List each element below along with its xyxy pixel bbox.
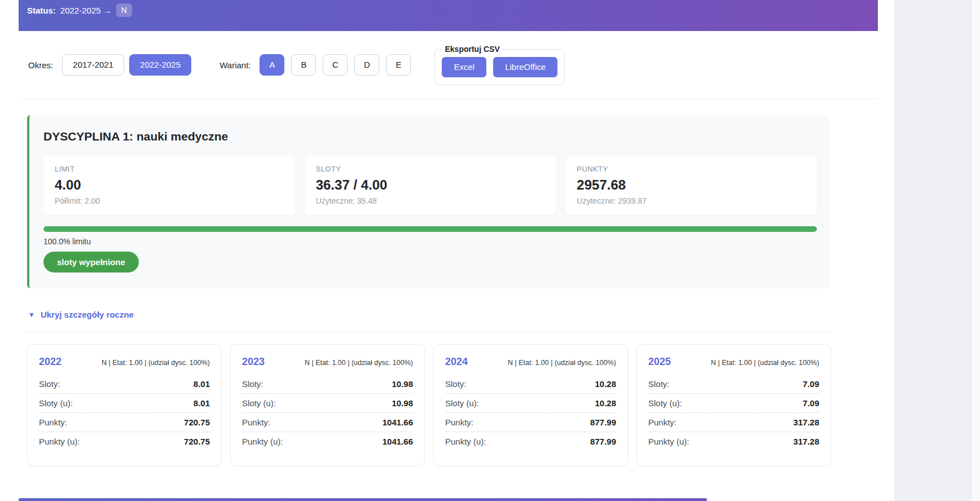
stat-subtext: Użyteczne: 2939.87 (577, 196, 806, 205)
year-stat-value: 10.98 (392, 398, 413, 408)
year-stat-value: 317.28 (793, 437, 819, 446)
stat-subtext: Półlimit: 2.00 (55, 196, 284, 205)
year-stat-row: Sloty (u): 7.09 (648, 394, 819, 413)
year-stat-label: Sloty (u): (445, 398, 479, 408)
year-stat-label: Sloty (u): (39, 398, 73, 408)
year-number: 2024 (445, 356, 468, 368)
year-stat-value: 877.99 (590, 437, 616, 446)
limit-progress-label: 100.0% limitu (43, 237, 817, 246)
year-stat-value: 720.75 (184, 417, 210, 427)
wariant-button-c[interactable]: C (323, 54, 348, 76)
stat-box-limit: LIMIT 4.00 Półlimit: 2.00 (43, 156, 295, 216)
year-stat-value: 7.09 (803, 398, 819, 408)
stat-box-punkty: PUNKTY 2957.68 Użyteczne: 2939.87 (565, 156, 817, 216)
yearly-details-toggle-label: Ukryj szczegóły roczne (41, 310, 134, 319)
year-stat-row: Punkty (u): 720.75 (39, 432, 210, 451)
controls-bar: Okres: 2017-2021 2022-2025 Wariant: A B … (19, 31, 878, 99)
page-content: Status: 2022-2025 → N Okres: 2017-2021 2… (0, 0, 894, 501)
okres-button-2017-2021[interactable]: 2017-2021 (62, 54, 124, 76)
export-csv-group: Eksportuj CSV Excel LibreOffice (434, 45, 565, 85)
stat-label: LIMIT (55, 165, 284, 173)
year-stat-value: 10.98 (392, 379, 413, 389)
year-stat-label: Punkty (u): (445, 437, 486, 446)
limit-progress-fill (43, 226, 817, 232)
stat-subtext: Użyteczne: 35.48 (316, 196, 545, 205)
status-banner: Status: 2022-2025 → N (19, 0, 878, 31)
year-stat-row: Punkty (u): 877.99 (445, 432, 616, 451)
scrollbar[interactable] (971, 0, 980, 501)
year-stat-value: 7.09 (803, 379, 819, 389)
year-stat-label: Sloty: (648, 379, 670, 389)
wariant-button-e[interactable]: E (386, 54, 411, 76)
status-badge: N (116, 3, 132, 17)
next-section-edge (19, 498, 707, 501)
year-stat-row: Punkty: 720.75 (39, 413, 210, 432)
year-stat-label: Punkty (u): (39, 437, 80, 446)
discipline-card: DYSCYPLINA 1: nauki medyczne LIMIT 4.00 … (27, 115, 829, 288)
year-stat-label: Punkty (u): (648, 437, 689, 446)
wariant-button-d[interactable]: D (354, 54, 379, 76)
stat-value: 36.37 / 4.00 (316, 177, 545, 193)
year-stat-label: Sloty: (242, 379, 263, 389)
year-stat-row: Punkty (u): 1041.66 (242, 432, 413, 451)
year-stat-row: Sloty: 10.28 (445, 375, 616, 394)
slots-filled-badge: sloty wypełnione (43, 252, 139, 273)
year-stat-row: Punkty: 317.28 (648, 413, 819, 432)
okres-label: Okres: (28, 60, 53, 70)
wariant-button-group: A B C D E (260, 54, 411, 76)
stat-boxes: LIMIT 4.00 Półlimit: 2.00 SLOTY 36.37 / … (43, 156, 817, 216)
year-meta: N | Etat: 1.00 | (udział dysc. 100%) (102, 359, 210, 367)
year-number: 2025 (648, 356, 671, 368)
year-stat-label: Punkty (u): (242, 437, 283, 446)
wariant-button-a[interactable]: A (260, 54, 284, 76)
year-stat-value: 1041.66 (383, 437, 413, 446)
status-value: 2022-2025 → (60, 6, 112, 15)
okres-button-group: 2017-2021 2022-2025 (62, 54, 191, 76)
year-stat-row: Sloty (u): 10.28 (445, 394, 616, 413)
stat-label: PUNKTY (577, 165, 806, 173)
year-stat-label: Punkty: (39, 417, 67, 427)
stat-box-sloty: SLOTY 36.37 / 4.00 Użyteczne: 35.48 (305, 156, 556, 216)
export-excel-button[interactable]: Excel (442, 57, 486, 77)
year-stat-label: Sloty: (445, 379, 467, 389)
year-number: 2022 (39, 356, 61, 368)
year-stat-value: 877.99 (590, 417, 616, 427)
export-csv-legend: Eksportuj CSV (442, 45, 502, 54)
year-stat-row: Sloty: 10.98 (242, 375, 413, 394)
yearly-details-toggle[interactable]: ▼ Ukryj szczegóły roczne (28, 310, 134, 331)
year-number: 2023 (242, 356, 265, 368)
year-stat-row: Sloty: 8.01 (39, 375, 210, 394)
stat-value: 4.00 (55, 177, 284, 193)
year-stat-label: Sloty (u): (648, 398, 682, 408)
year-stat-label: Punkty: (242, 417, 270, 427)
year-stat-value: 317.28 (793, 417, 819, 427)
export-libreoffice-button[interactable]: LibreOffice (493, 57, 557, 77)
year-stat-row: Sloty (u): 10.98 (242, 394, 413, 413)
wariant-label: Wariant: (219, 60, 251, 70)
year-card-2025: 2025 N | Etat: 1.00 | (udział dysc. 100%… (636, 344, 831, 466)
year-stat-label: Punkty: (445, 417, 473, 427)
year-stat-value: 10.28 (595, 398, 616, 408)
year-card-2024: 2024 N | Etat: 1.00 | (udział dysc. 100%… (433, 344, 628, 466)
year-stat-row: Punkty: 1041.66 (242, 413, 413, 432)
discipline-title: DYSCYPLINA 1: nauki medyczne (43, 130, 817, 143)
app-panel: Status: 2022-2025 → N Okres: 2017-2021 2… (0, 0, 894, 501)
year-card-2023: 2023 N | Etat: 1.00 | (udział dysc. 100%… (230, 344, 425, 466)
year-stat-row: Sloty (u): 8.01 (39, 394, 210, 413)
year-stat-label: Sloty: (39, 379, 60, 389)
year-meta: N | Etat: 1.00 | (udział dysc. 100%) (711, 359, 819, 367)
stat-value: 2957.68 (577, 177, 806, 193)
year-stat-value: 720.75 (184, 437, 210, 446)
wariant-button-b[interactable]: B (291, 54, 316, 76)
year-stat-value: 8.01 (194, 379, 210, 389)
year-cards-section: 2022 N | Etat: 1.00 | (udział dysc. 100%… (27, 331, 831, 466)
year-stat-label: Sloty (u): (242, 398, 276, 408)
year-stat-value: 8.01 (194, 398, 210, 408)
year-stat-label: Punkty: (648, 417, 676, 427)
year-meta: N | Etat: 1.00 | (udział dysc. 100%) (508, 359, 616, 367)
year-stat-value: 10.28 (595, 379, 616, 389)
chevron-down-icon: ▼ (28, 311, 35, 319)
year-stat-row: Punkty (u): 317.28 (648, 432, 819, 451)
okres-button-2022-2025[interactable]: 2022-2025 (129, 54, 191, 76)
stat-label: SLOTY (316, 165, 545, 173)
